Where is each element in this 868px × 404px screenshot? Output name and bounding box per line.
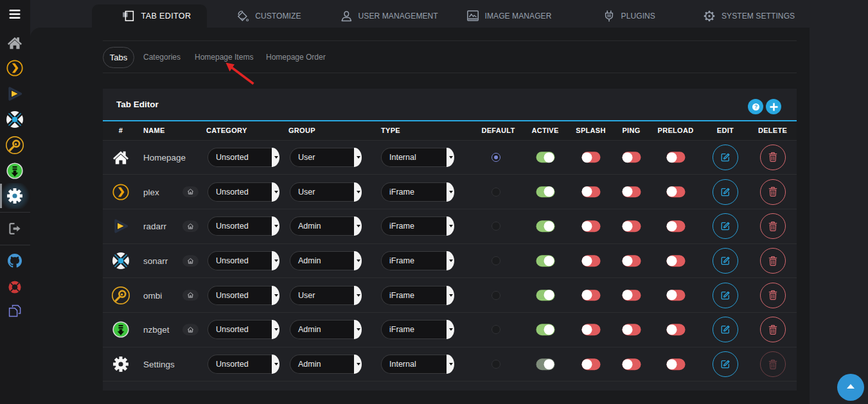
- svg-text:?: ?: [754, 103, 757, 110]
